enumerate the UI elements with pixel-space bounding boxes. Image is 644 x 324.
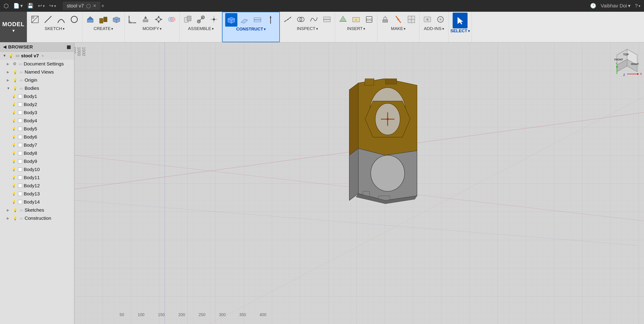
bulb-icon-b9[interactable]: 💡 <box>12 159 16 163</box>
named-views-item[interactable]: ▶ 💡 ▭ Named Views <box>0 68 74 76</box>
measure-button[interactable] <box>282 13 294 26</box>
scripts-button[interactable]: ⚙ <box>421 13 434 26</box>
bulb-icon-b2[interactable]: 💡 <box>12 102 16 106</box>
help-button[interactable]: ? ▾ <box>635 3 640 9</box>
redo-button[interactable]: ↪ ▾ <box>49 3 56 9</box>
bulb-icon-b1[interactable]: 💡 <box>12 94 16 98</box>
line-button[interactable] <box>42 13 54 26</box>
bulb-icon-b12[interactable]: 💡 <box>12 184 16 188</box>
body7-item[interactable]: 💡 Body7 <box>0 141 74 149</box>
undo-button[interactable]: ↩ ▾ <box>38 3 45 9</box>
body4-item[interactable]: 💡 Body4 <box>0 117 74 125</box>
body5-item[interactable]: 💡 Body5 <box>0 125 74 133</box>
file-menu-button[interactable]: 📄 ▾ <box>13 3 23 9</box>
cnc-button[interactable] <box>405 13 418 26</box>
insert-mesh-button[interactable] <box>337 13 349 26</box>
bulb-icon-b6[interactable]: 💡 <box>12 135 16 139</box>
combine-button[interactable] <box>166 13 178 26</box>
new-tab-button[interactable]: + <box>101 3 104 9</box>
bulb-icon-b10[interactable]: 💡 <box>12 168 16 172</box>
bulb-icon-b4[interactable]: 💡 <box>12 119 16 123</box>
midplane-button[interactable] <box>251 13 264 26</box>
bulb-icon-bodies[interactable]: 💡 <box>13 86 17 90</box>
bulb-icon-b14[interactable]: 💡 <box>12 200 16 204</box>
bulb-icon-construction[interactable]: 💡 <box>13 216 17 220</box>
tab-stool-v7[interactable]: stool v7 ◯ ✕ <box>63 2 100 10</box>
bulb-icon[interactable]: 💡 <box>8 53 13 58</box>
interference-button[interactable]: ! <box>295 13 307 26</box>
body12-checkbox[interactable] <box>18 184 22 188</box>
bulb-icon-b7[interactable]: 💡 <box>12 143 16 147</box>
body10-item[interactable]: 💡 Body10 <box>0 166 74 174</box>
bodies-item[interactable]: ▼ 💡 ▭ Bodies <box>0 84 74 92</box>
fillet-button[interactable] <box>126 13 138 26</box>
plane-angle-button[interactable] <box>238 13 250 26</box>
joint-button[interactable] <box>195 13 207 26</box>
construction-item[interactable]: ▶ 💡 ▭ Construction <box>0 214 74 222</box>
addins-store-button[interactable]: + <box>434 13 446 26</box>
visibility-dot-icon[interactable]: ● <box>42 54 44 58</box>
pattern-button[interactable] <box>97 13 110 26</box>
extrude-button[interactable] <box>84 13 96 26</box>
body12-item[interactable]: 💡 Body12 <box>0 182 74 190</box>
body2-checkbox[interactable] <box>18 102 22 106</box>
root-tree-item[interactable]: ▼ 💡 ▭ stool v7 ● <box>0 52 74 60</box>
save-button[interactable]: 💾 <box>27 3 34 9</box>
body1-checkbox[interactable] <box>18 94 22 98</box>
laser-button[interactable] <box>392 13 404 26</box>
body9-checkbox[interactable] <box>18 159 22 163</box>
body13-checkbox[interactable] <box>18 192 22 196</box>
axis-cube[interactable]: TOP FRONT RIGHT X Y Z <box>612 47 640 74</box>
bulb-icon-nv[interactable]: 💡 <box>13 70 17 74</box>
body7-checkbox[interactable] <box>18 143 22 147</box>
curvature-button[interactable] <box>308 13 320 26</box>
bulb-icon-b13[interactable]: 💡 <box>12 192 16 196</box>
body13-item[interactable]: 💡 Body13 <box>0 190 74 198</box>
body4-checkbox[interactable] <box>18 119 22 123</box>
sketch-button[interactable] <box>29 13 41 26</box>
section-button[interactable] <box>321 13 333 26</box>
history-button[interactable]: 🕐 <box>590 3 596 9</box>
tab-close-button[interactable]: ✕ <box>93 4 96 8</box>
sketches-item[interactable]: ▶ 💡 ▭ Sketches <box>0 206 74 214</box>
decal-button[interactable]: A <box>350 13 362 26</box>
bulb-icon-origin[interactable]: 💡 <box>13 78 17 82</box>
body3-checkbox[interactable] <box>18 110 22 114</box>
press-pull-button[interactable] <box>140 13 152 26</box>
select-button[interactable] <box>453 13 468 28</box>
body10-checkbox[interactable] <box>18 168 22 172</box>
offset-plane-button[interactable] <box>225 13 238 26</box>
body6-checkbox[interactable] <box>18 135 22 139</box>
arc-button[interactable] <box>55 13 67 26</box>
origin-item[interactable]: ▶ 💡 ▭ Origin <box>0 76 74 84</box>
browser-options-icon[interactable]: ▦ <box>66 44 71 50</box>
move-button[interactable] <box>152 13 165 26</box>
document-settings-item[interactable]: ▶ ⚙ ▭ Document Settings <box>0 60 74 68</box>
body11-checkbox[interactable] <box>18 176 22 180</box>
body11-item[interactable]: 💡 Body11 <box>0 174 74 182</box>
body14-item[interactable]: 💡 Body14 <box>0 198 74 206</box>
body8-checkbox[interactable] <box>18 151 22 155</box>
bulb-icon-b11[interactable]: 💡 <box>12 176 16 180</box>
circle-button[interactable] <box>68 13 80 26</box>
joint-origin-button[interactable] <box>208 13 220 26</box>
body2-item[interactable]: 💡 Body2 <box>0 100 74 108</box>
bulb-icon-b5[interactable]: 💡 <box>12 127 16 131</box>
box-button[interactable] <box>110 13 122 26</box>
browser-collapse-icon[interactable]: ◀ <box>3 44 6 50</box>
body3-item[interactable]: 💡 Body3 <box>0 108 74 117</box>
body14-checkbox[interactable] <box>18 200 22 204</box>
bulb-icon-b8[interactable]: 💡 <box>12 151 16 155</box>
user-menu-button[interactable]: Vaibhav Doi ▾ <box>601 3 630 9</box>
bulb-icon-b3[interactable]: 💡 <box>12 110 16 114</box>
body9-item[interactable]: 💡 Body9 <box>0 157 74 166</box>
bulb-icon-sketches[interactable]: 💡 <box>13 208 17 212</box>
axis-button[interactable] <box>264 13 277 26</box>
svg-insert-button[interactable]: SVG <box>363 13 375 26</box>
3d-viewport[interactable]: 1500 1050 600 150 <box>74 42 644 324</box>
3d-print-button[interactable] <box>379 13 391 26</box>
model-workspace-button[interactable]: MODEL ▾ <box>0 12 27 42</box>
body8-item[interactable]: 💡 Body8 <box>0 149 74 157</box>
body6-item[interactable]: 💡 Body6 <box>0 133 74 141</box>
body5-checkbox[interactable] <box>18 127 22 131</box>
